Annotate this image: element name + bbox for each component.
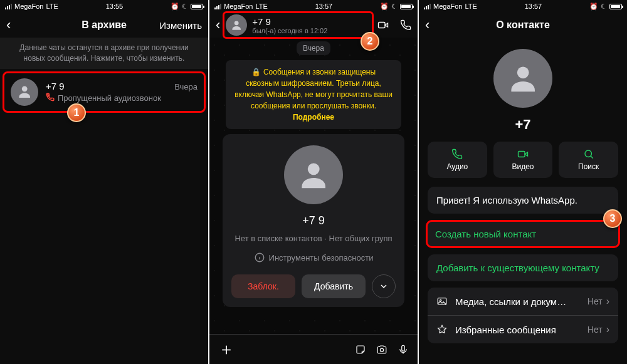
create-contact-label: Создать новый контакт [435, 229, 536, 239]
signal-icon [424, 4, 431, 9]
network: LTE [46, 3, 58, 10]
battery-icon [191, 4, 203, 9]
screen-chat: MegaFon LTE 13:57 ⏰ ☾ ‹ +7 9 был(-а) сег… [209, 0, 418, 364]
svg-rect-2 [379, 23, 386, 28]
alarm-icon: ⏰ [589, 3, 598, 11]
carrier: MegaFon [14, 3, 43, 10]
encryption-more[interactable]: Подробнее [293, 113, 334, 122]
safety-tools-label: Инструменты безопасности [269, 253, 374, 263]
screen-archive: MegaFon LTE 13:55 ⏰ ☾ ‹ В архиве Изменит… [0, 0, 208, 364]
add-existing-label: Добавить к существующему контакту [436, 263, 599, 273]
moon-icon: ☾ [391, 3, 398, 11]
chat-subtitle: Пропущенный аудиозвонок [58, 93, 161, 103]
back-button[interactable]: ‹ [216, 17, 220, 33]
encryption-notice[interactable]: 🔒Сообщения и звонки защищены сквозным ши… [226, 60, 401, 129]
back-button[interactable]: ‹ [6, 17, 11, 33]
add-existing-contact-cell[interactable]: Добавить к существующему контакту [428, 254, 618, 281]
chat-date: Вчера [174, 82, 198, 91]
svg-point-1 [234, 21, 239, 25]
back-button[interactable]: ‹ [425, 17, 429, 33]
step-badge-3: 3 [603, 209, 622, 228]
step-badge-1: 1 [67, 103, 86, 122]
status-bar: MegaFon LTE 13:55 ⏰ ☾ [0, 0, 208, 13]
moon-icon: ☾ [182, 3, 188, 11]
archived-chat-row[interactable]: +7 9 Вчера Пропущенный аудиозвонок 1 [3, 71, 206, 113]
info-icon [254, 252, 265, 263]
chevron-right-icon: › [606, 296, 609, 307]
card-name: +7 9 [302, 214, 325, 227]
phone-icon [451, 148, 463, 160]
moon-icon: ☾ [601, 3, 607, 11]
input-bar: ＋ [209, 334, 418, 364]
create-contact-cell[interactable]: Создать новый контакт 3 [426, 220, 620, 248]
star-icon [436, 324, 448, 335]
attach-button[interactable]: ＋ [218, 338, 234, 360]
chevron-right-icon: › [606, 324, 609, 335]
avatar [11, 78, 38, 106]
chat-name: +7 9 [46, 81, 65, 91]
chat-body: Вчера 🔒Сообщения и звонки защищены сквоз… [209, 38, 418, 334]
signal-icon [5, 4, 12, 9]
last-seen: был(-а) сегодня в 12:02 [252, 27, 327, 34]
video-label: Видео [512, 162, 534, 171]
svg-point-3 [308, 163, 320, 175]
search-tile[interactable]: Поиск [559, 142, 618, 178]
sticker-icon[interactable] [355, 344, 366, 355]
avatar [226, 14, 247, 36]
svg-point-9 [585, 150, 592, 157]
camera-icon[interactable] [376, 344, 387, 355]
card-subtitle: Нет в списке контактов · Нет общих групп [234, 234, 392, 243]
clock: 13:57 [525, 3, 542, 10]
media-cell[interactable]: Медиа, ссылки и докум… Нет› [428, 288, 618, 316]
contact-name: +7 [515, 117, 530, 133]
video-call-tile[interactable]: Видео [493, 142, 553, 178]
chat-header[interactable]: +7 9 был(-а) сегодня в 12:02 2 [223, 11, 374, 39]
page-title: В архиве [82, 19, 127, 31]
search-label: Поиск [578, 162, 599, 171]
video-icon [517, 148, 529, 160]
status-bar: MegaFon LTE 13:57 ⏰ ☾ [419, 0, 627, 13]
edit-button[interactable]: Изменить [159, 20, 202, 31]
media-value: Нет [587, 296, 603, 306]
audio-call-icon[interactable] [400, 19, 411, 31]
more-button[interactable] [372, 274, 396, 298]
mic-icon[interactable] [398, 344, 409, 355]
contact-card: +7 9 Нет в списке контактов · Нет общих … [223, 134, 404, 307]
add-contact-button[interactable]: Добавить [302, 274, 366, 298]
chat-navbar: ‹ +7 9 был(-а) сегодня в 12:02 2 [209, 13, 418, 38]
starred-value: Нет [587, 325, 603, 335]
block-button[interactable]: Заблок. [231, 274, 295, 298]
screen-contact-info: MegaFon LTE 13:57 ⏰ ☾ ‹ О контакте +7 Ау… [419, 0, 627, 364]
network: LTE [465, 3, 477, 10]
about-cell: Привет! Я использую WhatsApp. [428, 187, 618, 214]
svg-point-0 [22, 86, 28, 92]
lock-icon: 🔒 [251, 68, 261, 76]
svg-rect-6 [402, 345, 405, 351]
audio-call-tile[interactable]: Аудио [428, 142, 487, 178]
day-label: Вчера [297, 41, 330, 55]
status-bar: MegaFon LTE 13:57 ⏰ ☾ [209, 0, 418, 13]
audio-label: Аудио [446, 162, 468, 171]
media-label: Медиа, ссылки и докум… [455, 296, 566, 307]
starred-label: Избранные сообщения [455, 325, 556, 335]
alarm-icon: ⏰ [380, 3, 389, 11]
carrier: MegaFon [433, 3, 462, 10]
safety-tools[interactable]: Инструменты безопасности [254, 252, 374, 263]
carrier: MegaFon [224, 3, 253, 10]
avatar [284, 145, 343, 204]
video-call-icon[interactable] [377, 19, 389, 31]
clock: 13:57 [315, 3, 333, 10]
battery-icon [400, 4, 413, 9]
svg-point-7 [517, 66, 529, 78]
step-badge-2: 2 [361, 32, 379, 51]
starred-cell[interactable]: Избранные сообщения Нет› [428, 316, 618, 343]
archive-banner[interactable]: Данные чаты останутся в архиве при получ… [0, 38, 208, 69]
clock: 13:55 [106, 3, 124, 10]
page-title: О контакте [496, 19, 550, 31]
header-name: +7 9 [252, 16, 327, 27]
missed-call-icon [46, 93, 55, 103]
avatar[interactable] [493, 49, 552, 108]
navbar: ‹ В архиве Изменить [0, 13, 208, 38]
signal-icon [214, 4, 221, 9]
about-text: Привет! Я использую WhatsApp. [436, 195, 577, 205]
